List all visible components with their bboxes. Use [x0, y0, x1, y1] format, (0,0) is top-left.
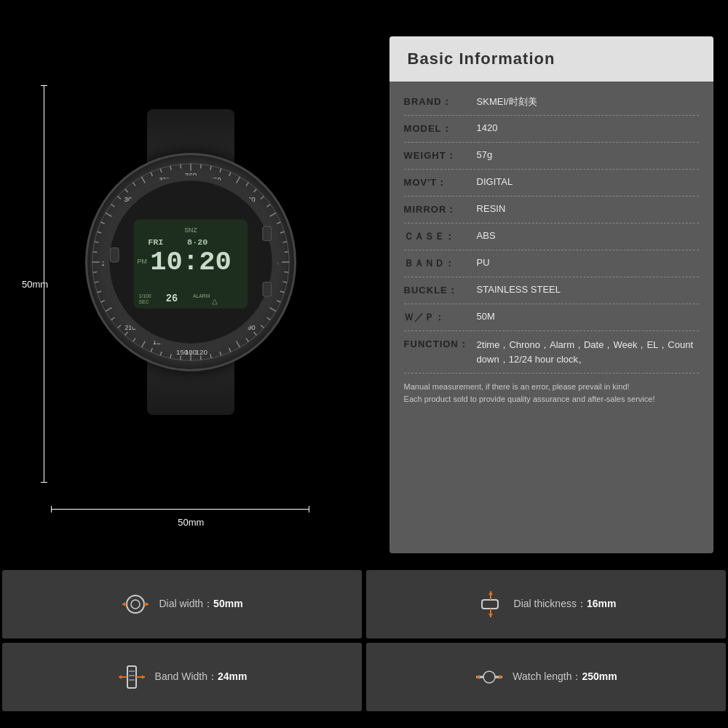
svg-line-7: [246, 183, 248, 186]
info-row-model: MODEL： 1420: [404, 116, 699, 143]
svg-line-21: [270, 308, 276, 312]
watch-body: 360 30 60 90 120 150 150 150 180 210 270…: [63, 109, 318, 415]
svg-line-57: [151, 173, 152, 176]
svg-line-19: [280, 291, 285, 293]
spec-dial-width: Dial width：50mm: [2, 570, 362, 638]
movt-label: MOV'T：: [404, 176, 477, 189]
svg-line-45: [93, 272, 98, 273]
spec-dial-thickness: Dial thickness：16mm: [366, 570, 726, 638]
disclaimer-line1: Manual measurement, if there is an error…: [404, 381, 699, 393]
disclaimer: Manual measurement, if there is an error…: [404, 381, 699, 408]
svg-line-26: [237, 341, 240, 347]
svg-line-51: [106, 213, 111, 216]
dial-width-icon: [121, 590, 150, 619]
svg-text:△: △: [213, 297, 218, 305]
dial-thickness-text: Dial thickness：16mm: [514, 598, 617, 611]
svg-text:10:20: 10:20: [150, 247, 232, 277]
svg-line-20: [277, 301, 280, 302]
info-row-wp: Ｗ／Ｐ： 50M: [404, 304, 699, 331]
svg-text:PM: PM: [138, 258, 147, 265]
svg-line-56: [142, 177, 146, 183]
weight-label: WEIGHT：: [404, 149, 477, 162]
svg-marker-95: [122, 602, 125, 606]
svg-line-43: [98, 291, 102, 293]
svg-marker-108: [119, 675, 122, 679]
info-panel-header: Basic Information: [389, 36, 713, 82]
svg-line-29: [210, 354, 211, 358]
svg-line-27: [229, 348, 231, 352]
watch-length-icon: [475, 662, 504, 692]
dial-thickness-icon: [476, 590, 505, 619]
bottom-specs-section: Dial width：50mm: [0, 568, 728, 728]
info-row-movt: MOV'T： DIGITAL: [404, 170, 699, 197]
svg-point-93: [131, 600, 140, 609]
svg-line-22: [267, 317, 271, 320]
svg-text:26: 26: [166, 293, 178, 304]
mirror-value: RESIN: [477, 203, 699, 214]
svg-line-8: [254, 189, 257, 192]
dimension-line-horizontal: [51, 509, 309, 510]
svg-line-25: [246, 339, 248, 342]
info-row-function: FUNCTION： 2time，Chrono，Alarm，Date，Week，E…: [404, 331, 699, 373]
svg-line-60: [181, 165, 181, 169]
svg-line-47: [93, 252, 98, 253]
svg-marker-114: [476, 675, 480, 679]
info-panel: Basic Information BRAND： SKMEI/时刻美 MODEL…: [389, 36, 713, 553]
svg-line-38: [125, 332, 128, 335]
band-width-text: Band Width：24mm: [155, 670, 248, 684]
svg-text:SNZ: SNZ: [184, 226, 197, 234]
svg-line-12: [277, 222, 280, 223]
dial-width-text: Dial width：50mm: [159, 598, 242, 611]
svg-line-37: [133, 339, 135, 342]
function-value: 2time，Chrono，Alarm，Date，Week，EL，Count do…: [477, 338, 699, 366]
svg-line-53: [118, 197, 121, 199]
svg-rect-98: [482, 600, 498, 609]
svg-line-18: [283, 282, 288, 282]
spec-band-width: Band Width：24mm: [2, 643, 362, 711]
specs-row-2: Band Width：24mm: [0, 641, 728, 713]
svg-line-36: [142, 341, 146, 347]
watch-case: 360 30 60 90 120 150 150 150 180 210 270…: [85, 153, 296, 371]
wp-value: 50M: [477, 311, 699, 322]
svg-line-9: [261, 197, 264, 199]
spec-watch-length: Watch length：250mm: [366, 643, 726, 711]
svg-line-52: [111, 205, 115, 207]
svg-line-48: [95, 242, 99, 242]
svg-point-111: [483, 671, 495, 683]
svg-line-49: [98, 232, 102, 233]
svg-line-44: [95, 282, 99, 282]
band-label: ＢＡＮＤ：: [404, 257, 477, 270]
svg-line-3: [210, 166, 211, 170]
svg-text:ALARM: ALARM: [193, 293, 210, 298]
svg-line-30: [201, 356, 202, 360]
svg-marker-100: [488, 591, 493, 595]
model-label: MODEL：: [404, 122, 477, 135]
top-section: 50mm 50mm: [0, 0, 728, 568]
watch-image-container: 360 30 60 90 120 150 150 150 180 210 270…: [58, 36, 324, 488]
svg-rect-103: [127, 666, 136, 688]
svg-line-6: [237, 177, 240, 183]
svg-line-28: [220, 352, 221, 356]
svg-line-55: [133, 183, 135, 186]
info-row-brand: BRAND： SKMEI/时刻美: [404, 89, 699, 116]
svg-line-24: [254, 332, 257, 335]
svg-rect-91: [111, 248, 119, 262]
band-value: PU: [477, 257, 699, 268]
svg-line-10: [267, 205, 271, 207]
watch-length-text: Watch length：250mm: [513, 670, 617, 684]
svg-line-15: [285, 252, 289, 253]
buckle-value: STAINLESS STEEL: [477, 284, 699, 295]
function-label: FUNCTION：: [404, 338, 477, 351]
svg-line-39: [118, 325, 121, 328]
info-row-case: ＣＡＳＥ： ABS: [404, 223, 699, 250]
info-panel-title: Basic Information: [408, 50, 695, 68]
info-row-band: ＢＡＮＤ： PU: [404, 250, 699, 277]
svg-line-14: [283, 242, 288, 242]
svg-marker-102: [488, 614, 493, 617]
info-panel-body: BRAND： SKMEI/时刻美 MODEL： 1420 WEIGHT： 57g…: [389, 82, 713, 553]
info-row-weight: WEIGHT： 57g: [404, 143, 699, 170]
disclaimer-line2: Each product sold to provide quality ass…: [404, 393, 699, 405]
specs-row-1: Dial width：50mm: [0, 568, 728, 641]
svg-line-41: [106, 308, 111, 312]
weight-value: 57g: [477, 149, 699, 160]
